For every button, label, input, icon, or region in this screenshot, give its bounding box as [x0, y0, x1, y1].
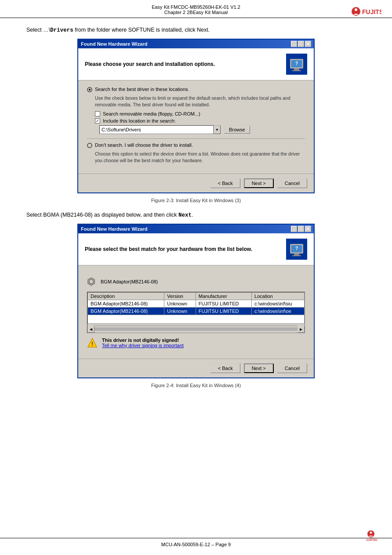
col-location: Location — [252, 292, 305, 300]
svg-rect-6 — [292, 70, 301, 71]
svg-text:FUJITSU: FUJITSU — [362, 8, 381, 15]
svg-point-16 — [370, 532, 372, 534]
scroll-left-arrow[interactable]: ◀ — [87, 326, 94, 333]
dialog-2: Found New Hardware Wizard _ □ ✕ Please s… — [77, 224, 315, 378]
checkbox-1[interactable] — [95, 111, 100, 116]
dialog-2-title: Found New Hardware Wizard — [81, 226, 147, 232]
dialog-1-header-text: Please choose your search and installati… — [85, 61, 215, 67]
table-row[interactable]: BGM Adaptor(MB2146-08) Unknown FUJITSU L… — [88, 300, 305, 307]
svg-text:?: ? — [295, 246, 298, 251]
scroll-track[interactable] — [94, 327, 298, 331]
fujitsu-logo: FUJITSU — [351, 6, 381, 24]
dialog-1-titlebar: Found New Hardware Wizard _ □ ✕ — [78, 40, 314, 48]
dialog-2-buttons: < Back Next > Cancel — [78, 359, 314, 377]
row1-manufacturer: FUJITSU LIMITED — [196, 300, 251, 307]
header-line2: Chapter 2 2BEasy Kit Manual — [9, 10, 383, 15]
fujitsu-logo-svg: FUJITSU — [351, 6, 381, 24]
radio-1-btn[interactable] — [87, 87, 92, 92]
dialog-1: Found New Hardware Wizard _ □ ✕ Please c… — [77, 39, 315, 193]
dialog-1-header: Please choose your search and installati… — [78, 48, 314, 80]
path-dropdown-arrow[interactable]: ▼ — [214, 125, 221, 134]
col-description: Description — [88, 292, 164, 300]
main-content: Select …\Drivers from the folder where S… — [0, 18, 392, 406]
radio-1-description: Use the check boxes below to limit or ex… — [95, 95, 305, 108]
footer-text: MCU-AN-500059-E-12 – Page 9 — [161, 542, 231, 547]
driver-table: Description Version Manufacturer Locatio… — [87, 292, 305, 324]
restore-btn-2[interactable]: □ — [298, 226, 304, 232]
warning-title: This driver is not digitally signed! — [102, 337, 184, 343]
checkbox-2[interactable] — [95, 118, 100, 123]
dialog-2-titlebar: Found New Hardware Wizard _ □ ✕ — [78, 225, 314, 233]
figure-caption-2: Figure 2-4: Install Easy Kit in Windows … — [26, 383, 366, 388]
table-row-selected[interactable]: BGM Adaptor(MB2146-08) Unknown FUJITSU L… — [88, 307, 305, 315]
warning-text: This driver is not digitally signed! Tel… — [102, 337, 184, 348]
checkbox-2-label: Include this location in the search: — [103, 118, 176, 123]
row1-version: Unknown — [164, 300, 196, 307]
bgm-icon-row: ⏣ BGM Adaptor(MB2146-08) — [87, 272, 305, 292]
driver-table-container: Description Version Manufacturer Locatio… — [87, 292, 305, 326]
radio-2-label: Don't search. I will choose the driver t… — [95, 142, 193, 148]
minimize-btn[interactable]: _ — [291, 41, 297, 47]
radio-dont-search[interactable]: Don't search. I will choose the driver t… — [87, 142, 305, 148]
radio-2-description: Choose this option to select the device … — [95, 151, 305, 163]
dialog-1-buttons: < Back Next > Cancel — [78, 174, 314, 192]
dialog-1-title: Found New Hardware Wizard — [81, 41, 147, 47]
hardware-wizard-icon-2: ? — [286, 239, 307, 260]
svg-point-1 — [355, 8, 357, 11]
svg-text:FUJITSU: FUJITSU — [367, 538, 377, 541]
instruction-2-bold: Next — [178, 212, 192, 218]
col-manufacturer: Manufacturer — [196, 292, 251, 300]
usb-icon: ⏣ — [87, 276, 95, 287]
svg-rect-5 — [294, 69, 299, 70]
instruction-2: Select BGMA (MB2146-08) as displayed bel… — [26, 212, 366, 218]
scroll-right-arrow[interactable]: ▶ — [298, 326, 305, 333]
warning-section: ! This driver is not digitally signed! T… — [87, 333, 305, 352]
col-version: Version — [164, 292, 196, 300]
footer-logo: FUJITSU — [366, 530, 383, 543]
row2-location: c:\windows\inf\oe — [252, 307, 305, 315]
cancel-button-1[interactable]: Cancel — [277, 178, 307, 188]
svg-text:!: ! — [91, 341, 93, 347]
hardware-wizard-icon: ? — [286, 54, 307, 75]
path-row: C:\Softune\Drivers ▼ Browse — [99, 125, 305, 134]
radio-search-locations[interactable]: Search for the best driver in these loca… — [87, 87, 305, 92]
svg-rect-11 — [292, 255, 301, 256]
header-line1: Easy Kit FMCDC-MB95260H-EK-01 V1.2 — [9, 4, 383, 10]
dialog-2-header-text: Please select the best match for your ha… — [85, 246, 252, 252]
next-button-2[interactable]: Next > — [244, 363, 274, 373]
back-button-2[interactable]: < Back — [211, 363, 240, 373]
dialog-1-body: Search for the best driver in these loca… — [78, 80, 314, 174]
cancel-button-2[interactable]: Cancel — [277, 363, 307, 373]
next-button-1[interactable]: Next > — [244, 178, 274, 188]
checkbox-1-label: Search removable media (floppy, CD-ROM..… — [103, 111, 200, 116]
restore-btn[interactable]: □ — [298, 41, 304, 47]
checkbox-include-location[interactable]: Include this location in the search: — [95, 118, 305, 123]
browse-button[interactable]: Browse — [224, 126, 250, 134]
checkbox-removable[interactable]: Search removable media (floppy, CD-ROM..… — [95, 111, 305, 116]
warning-icon: ! — [87, 337, 98, 348]
back-button-1[interactable]: < Back — [211, 178, 240, 188]
horizontal-scrollbar[interactable]: ◀ ▶ — [87, 326, 305, 333]
bgm-label: BGM Adaptor(MB2146-08) — [101, 279, 158, 284]
row1-description: BGM Adaptor(MB2146-08) — [88, 300, 164, 307]
dialog-2-body: ⏣ BGM Adaptor(MB2146-08) Description Ver… — [78, 265, 314, 359]
row1-location: c:\windows\inf\siu — [252, 300, 305, 307]
path-input[interactable]: C:\Softune\Drivers — [99, 125, 214, 134]
instruction-1-bold: Drivers — [50, 27, 73, 33]
dialog-2-header: Please select the best match for your ha… — [78, 233, 314, 265]
figure-caption-1: Figure 2-3: Install Easy Kit in Windows … — [26, 198, 366, 203]
page-header: Easy Kit FMCDC-MB95260H-EK-01 V1.2 Chapt… — [0, 0, 392, 18]
divider-1 — [87, 138, 305, 139]
row2-version: Unknown — [164, 307, 196, 315]
minimize-btn-2[interactable]: _ — [291, 226, 297, 232]
page-footer: MCU-AN-500059-E-12 – Page 9 FUJITSU — [0, 538, 392, 547]
close-btn-2[interactable]: ✕ — [305, 226, 311, 232]
radio-2-btn[interactable] — [87, 143, 92, 148]
row2-description: BGM Adaptor(MB2146-08) — [88, 307, 164, 315]
svg-text:?: ? — [295, 61, 298, 66]
table-row-empty — [88, 315, 305, 323]
warning-link[interactable]: Tell me why driver signing is important — [102, 343, 184, 348]
close-btn[interactable]: ✕ — [305, 41, 311, 47]
svg-rect-10 — [294, 254, 299, 255]
radio-1-label: Search for the best driver in these loca… — [95, 87, 189, 92]
